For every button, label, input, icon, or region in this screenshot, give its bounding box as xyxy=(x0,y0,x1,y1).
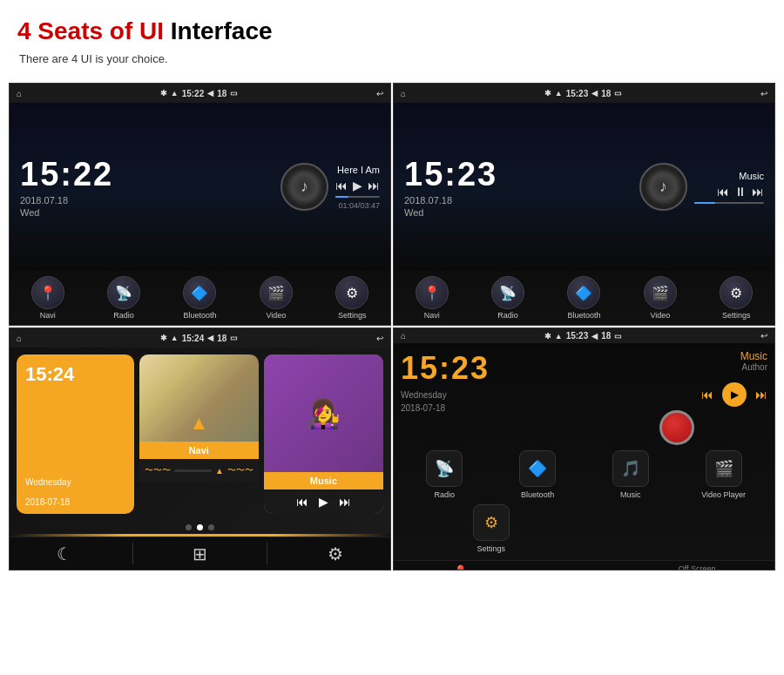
nav-bluetooth-1[interactable]: 🔷 Bluetooth xyxy=(183,276,216,320)
bluetooth-icon-nav-1: 🔷 xyxy=(183,276,216,309)
nav-video-label-2: Video xyxy=(650,311,670,320)
p4-play[interactable]: ▶ xyxy=(722,382,747,407)
screen-icon-2: ▭ xyxy=(614,89,622,98)
grid-icon-3[interactable]: ⊞ xyxy=(193,543,207,564)
music-card-controls[interactable]: ⏮ ▶ ⏭ xyxy=(264,489,383,514)
p4-prev[interactable]: ⏮ xyxy=(701,388,713,402)
navi-icon-2: 📍 xyxy=(416,276,449,309)
nav-radio-1[interactable]: 📡 Radio xyxy=(107,276,140,320)
navi-card[interactable]: ▲ Navi 〜〜〜 ▲ 〜〜〜 xyxy=(139,354,259,514)
p4-bluetooth-icon: 🔷 xyxy=(519,450,556,487)
nav-settings-2[interactable]: ⚙ Settings xyxy=(720,276,753,320)
nav-navi-2[interactable]: 📍 Navi xyxy=(416,276,449,320)
nav-settings-label-2: Settings xyxy=(722,311,751,320)
p4-settings-label: Settings xyxy=(476,544,505,553)
music-card[interactable]: 👩‍🎤 Music ⏮ ▶ ⏭ xyxy=(264,354,383,514)
signal-icon-4: ▲ xyxy=(555,332,563,341)
clock-section-2: 15:23 2018.07.18 Wed xyxy=(404,156,497,218)
clock-day-1: Wed xyxy=(20,207,113,218)
ui-grid: ⌂ ✱ ▲ 15:22 ◀ 18 ▭ ↩ 15:22 2018.07.18 We… xyxy=(9,83,775,570)
panel-4-bottom: 📍 Navi ⊞ Off Screen ☾ xyxy=(394,560,774,570)
moon-icon-3[interactable]: ☾ xyxy=(57,543,72,564)
navi-label: Navi xyxy=(139,442,259,459)
next-icon-2[interactable]: ⏭ xyxy=(752,185,764,199)
music-play-3[interactable]: ▶ xyxy=(319,495,328,509)
prev-icon-2[interactable]: ⏮ xyxy=(717,185,729,199)
volume-icon-1: ◀ xyxy=(207,89,213,98)
page-dots xyxy=(10,521,390,534)
signal-icon-1: ▲ xyxy=(171,89,179,98)
battery-2: 18 xyxy=(601,89,611,98)
bluetooth-status-4: ✱ xyxy=(544,332,551,341)
pause-icon-2[interactable]: ⏸ xyxy=(734,185,747,199)
time-1: 15:22 xyxy=(182,89,205,98)
cards-row: 15:24 Wednesday 2018-07-18 ▲ Navi 〜〜〜 ▲ … xyxy=(10,348,390,521)
music-progress-1 xyxy=(335,196,380,198)
subtitle: There are 4 UI is your choice. xyxy=(19,52,767,65)
navi-progress-bar xyxy=(174,469,212,472)
panel-2: ⌂ ✱ ▲ 15:23 ◀ 18 ▭ ↩ 15:23 2018.07.18 We… xyxy=(393,83,775,326)
clock-section-1: 15:22 2018.07.18 Wed xyxy=(20,156,113,218)
p4-nav-offscreen[interactable]: Off Screen ☾ xyxy=(679,564,716,570)
p4-app-bluetooth[interactable]: 🔷 Bluetooth xyxy=(494,450,582,499)
clock-day-2: Wed xyxy=(404,207,497,218)
nav-settings-1[interactable]: ⚙ Settings xyxy=(335,276,368,320)
p4-app-music[interactable]: 🎵 Music xyxy=(587,450,675,499)
music-prev-3[interactable]: ⏮ xyxy=(296,495,308,509)
bluetooth-status-2: ✱ xyxy=(544,89,551,98)
bluetooth-status-3: ✱ xyxy=(160,334,167,342)
status-bar-3: ⌂ ✱ ▲ 15:24 ◀ 18 ▭ ↩ xyxy=(10,328,390,348)
p4-music-section: Music Author ⏮ ▶ ⏭ xyxy=(587,350,768,445)
nav-radio-2[interactable]: 📡 Radio xyxy=(491,276,524,320)
p4-nav-apps[interactable]: ⊞ xyxy=(568,570,578,570)
music-progress-2 xyxy=(694,202,764,204)
settings-icon-3[interactable]: ⚙ xyxy=(328,543,343,564)
nav-bluetooth-label-1: Bluetooth xyxy=(183,311,216,320)
music-next-3[interactable]: ⏭ xyxy=(339,495,351,509)
music-card-img: 👩‍🎤 xyxy=(264,354,383,472)
prev-icon-1[interactable]: ⏮ xyxy=(335,179,348,192)
back-icon-3[interactable]: ↩ xyxy=(376,334,383,343)
p4-music-label-2: Music xyxy=(620,490,641,499)
next-icon-1[interactable]: ⏭ xyxy=(368,179,380,192)
nav-video-label-1: Video xyxy=(266,311,286,320)
p4-next[interactable]: ⏭ xyxy=(755,388,767,402)
panel-3: ⌂ ✱ ▲ 15:24 ◀ 18 ▭ ↩ 15:24 Wednesday 201… xyxy=(9,327,391,570)
nav-video-1[interactable]: 🎬 Video xyxy=(260,276,293,320)
music-title-1: Here I Am xyxy=(335,165,380,175)
bluetooth-icon-1: ✱ xyxy=(160,89,167,98)
signal-icon-2: ▲ xyxy=(555,89,563,98)
dot-1 xyxy=(186,524,192,530)
music-widget-1: ♪ Here I Am ⏮ ▶ ⏭ 01:04/03:47 xyxy=(113,163,380,211)
music-controls-1[interactable]: ⏮ ▶ ⏭ xyxy=(335,179,380,192)
p4-record xyxy=(659,410,694,445)
signal-icon-3: ▲ xyxy=(171,334,179,342)
panel-2-main: 15:23 2018.07.18 Wed ♪ Music ⏮ ⏸ ⏭ xyxy=(394,103,774,271)
p4-music-author: Author xyxy=(742,362,767,372)
page-header: 4 Seats of UI Interface There are 4 UI i… xyxy=(0,0,784,74)
nav-navi-1[interactable]: 📍 Navi xyxy=(31,276,64,320)
nav-video-2[interactable]: 🎬 Video xyxy=(644,276,677,320)
music-controls-2[interactable]: ⏮ ⏸ ⏭ xyxy=(694,185,764,199)
card-clock: 15:24 xyxy=(17,354,134,474)
home-icon-2: ⌂ xyxy=(401,89,406,98)
p4-nav-navi[interactable]: 📍 Navi xyxy=(452,564,468,570)
back-icon-2[interactable]: ↩ xyxy=(760,89,767,98)
navi-progress: 〜〜〜 ▲ 〜〜〜 xyxy=(139,459,259,482)
battery-1: 18 xyxy=(217,89,226,98)
video-icon-2: 🎬 xyxy=(644,276,677,309)
p4-controls[interactable]: ⏮ ▶ ⏭ xyxy=(701,382,767,407)
play-icon-1[interactable]: ▶ xyxy=(353,179,362,192)
back-icon-4[interactable]: ↩ xyxy=(760,331,767,341)
time-3: 15:24 xyxy=(182,334,205,343)
back-icon-1[interactable]: ↩ xyxy=(376,89,383,98)
status-bar-2: ⌂ ✱ ▲ 15:23 ◀ 18 ▭ ↩ xyxy=(394,84,774,103)
panel-2-nav: 📍 Navi 📡 Radio 🔷 Bluetooth 🎬 Video ⚙ Set… xyxy=(394,271,774,325)
page-title: 4 Seats of UI Interface xyxy=(17,17,767,45)
p4-app-video[interactable]: 🎬 Video Player xyxy=(679,450,767,499)
p4-date: 2018-07-18 xyxy=(401,403,582,413)
nav-bluetooth-2[interactable]: 🔷 Bluetooth xyxy=(567,276,600,320)
music-title-2: Music xyxy=(694,171,764,181)
p4-app-settings[interactable]: ⚙ Settings xyxy=(401,504,582,553)
p4-app-radio[interactable]: 📡 Radio xyxy=(401,450,489,499)
